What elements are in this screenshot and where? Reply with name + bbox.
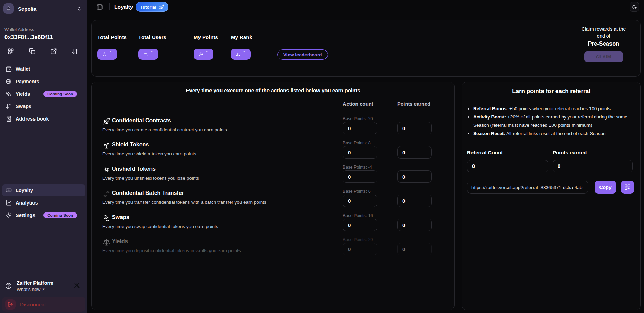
stat-label: My Rank — [231, 34, 252, 40]
action-name: Shield Tokens — [112, 142, 149, 148]
base-points-label: Base Points: 20 — [343, 237, 373, 242]
wallet-actions — [6, 46, 80, 56]
action-row-shield-tokens: Shield Tokens Every time you shield a to… — [92, 141, 454, 163]
sidebar-item-yields[interactable]: Yields Coming Soon — [2, 88, 85, 100]
stat-badge: -- — [138, 49, 158, 60]
sidebar-item-wallet[interactable]: Wallet — [2, 63, 85, 75]
topbar: Loyalty Tutorial — [87, 0, 644, 14]
copy-icon — [29, 48, 36, 55]
sidebar-item-swaps[interactable]: Swaps — [2, 101, 85, 112]
chevrons-up-down-icon — [77, 6, 82, 11]
sidebar-item-label: Swaps — [16, 104, 31, 109]
swaps-icon — [6, 103, 12, 110]
address-book-icon — [6, 116, 12, 122]
app-root: Sepolia Wallet Address 0x33F8f...3e6Df11 — [0, 0, 644, 313]
referral-link-input[interactable] — [467, 181, 588, 194]
copy-link-button[interactable]: Copy — [595, 181, 616, 194]
external-link-icon — [50, 48, 57, 55]
points-earned-input — [397, 243, 432, 255]
sidebar-item-payments[interactable]: Payments — [2, 76, 85, 87]
referral-points-input[interactable] — [553, 160, 633, 172]
disconnect-label: Disconnect — [20, 302, 46, 307]
coin-icon — [198, 51, 203, 57]
points-earned-input[interactable] — [397, 146, 432, 159]
sidebar-item-label: Loyalty — [16, 188, 33, 193]
sidebar-item-analytics[interactable]: Analytics — [2, 197, 85, 209]
rocket-icon — [159, 4, 164, 10]
stat-label: Total Points — [97, 34, 127, 40]
sidebar-item-address-book[interactable]: Address book — [2, 113, 85, 125]
referral-points-label: Points earned — [553, 150, 587, 155]
sidebar-item-label: Yields — [16, 91, 30, 97]
action-count-input[interactable] — [343, 146, 377, 159]
ethereum-icon — [3, 3, 14, 14]
action-name: Confidential Batch Transfer — [112, 190, 184, 196]
stat-value: -- — [110, 49, 112, 59]
rocket-icon — [103, 118, 110, 125]
gear-icon — [6, 212, 12, 218]
wallet-icon — [6, 66, 12, 72]
action-row-confidential-contracts: Confidential Contracts Every time you cr… — [92, 116, 454, 139]
referral-count-input[interactable] — [467, 160, 548, 172]
whats-new-link[interactable]: What's new ? — [17, 287, 45, 292]
action-name: Yields — [112, 238, 128, 245]
yields-icon — [6, 91, 12, 97]
action-row-unshield-tokens: Unshield Tokens Every time you unshield … — [92, 165, 454, 188]
sidebar-item-label: Payments — [16, 79, 39, 84]
sidebar-item-loyalty[interactable]: Loyalty — [2, 184, 85, 196]
sprout-icon — [103, 142, 110, 149]
loyalty-icon — [6, 187, 12, 193]
disconnect-button[interactable]: Disconnect — [2, 297, 85, 312]
copy-address-button[interactable] — [27, 46, 37, 56]
points-earned-input[interactable] — [397, 195, 432, 207]
base-points-label: Base Points: -4 — [343, 165, 372, 170]
x-twitter-icon[interactable] — [74, 282, 80, 289]
points-earned-input[interactable] — [397, 219, 432, 231]
base-points-label: Base Points: 20 — [343, 116, 373, 121]
page-title: Loyalty — [114, 4, 133, 10]
sidebar-item-label: Wallet — [16, 66, 30, 72]
wallet-address-value: 0x33F8f...3e6Df11 — [4, 34, 53, 40]
view-leaderboard-button[interactable]: View leaderboard — [277, 49, 328, 60]
points-earned-input[interactable] — [397, 170, 432, 183]
action-count-input[interactable] — [343, 170, 377, 183]
rank-podium-icon — [236, 51, 240, 57]
action-count-input[interactable] — [343, 219, 377, 231]
sidebar-item-settings[interactable]: Settings Coming Soon — [2, 209, 85, 221]
action-description: Every time you transfer confidential tok… — [102, 200, 266, 205]
claim-season: Pre-Season — [573, 40, 635, 47]
transfer-button[interactable] — [70, 46, 80, 56]
stat-badge: -- — [97, 49, 117, 60]
users-icon — [143, 51, 148, 57]
network-name: Sepolia — [18, 6, 36, 12]
action-description: Every time you swap confidential tokens … — [102, 224, 218, 229]
action-row-batch-transfer: Confidential Batch Transfer Every time y… — [92, 189, 454, 212]
tutorial-button[interactable]: Tutorial — [136, 2, 168, 12]
stat-label: My Points — [194, 34, 218, 40]
network-selector[interactable]: Sepolia — [3, 2, 84, 15]
stat-value: -- — [151, 49, 153, 59]
sidebar-footer-divider — [4, 275, 83, 275]
sidebar-toggle-button[interactable] — [95, 2, 104, 11]
action-count-input[interactable] — [343, 195, 377, 207]
wallet-address-label: Wallet Address — [4, 27, 34, 32]
action-count-input — [343, 243, 377, 255]
actions-panel-title: Every time you execute one of the action… — [92, 87, 454, 93]
panel-left-icon — [96, 4, 103, 10]
stat-badge: -- — [231, 49, 251, 60]
theme-toggle-button[interactable] — [630, 2, 639, 12]
column-action-count: Action count — [343, 101, 373, 107]
claim-button[interactable]: CLAIM — [584, 51, 623, 62]
coming-soon-badge: Coming Soon — [43, 212, 77, 218]
points-earned-input[interactable] — [397, 122, 432, 134]
action-count-input[interactable] — [343, 122, 377, 134]
stat-label: Total Users — [138, 34, 166, 40]
external-link-button[interactable] — [49, 46, 58, 56]
claim-block: Claim rewards at the end of Pre-Season C… — [573, 26, 635, 62]
help-circle-icon — [5, 282, 12, 290]
qr-link-button[interactable] — [621, 181, 634, 194]
sidebar-item-label: Settings — [16, 212, 35, 218]
qr-code-icon — [624, 184, 631, 190]
qr-code-button[interactable] — [6, 46, 16, 56]
action-description: Every time you shield a token you earn p… — [102, 151, 196, 156]
